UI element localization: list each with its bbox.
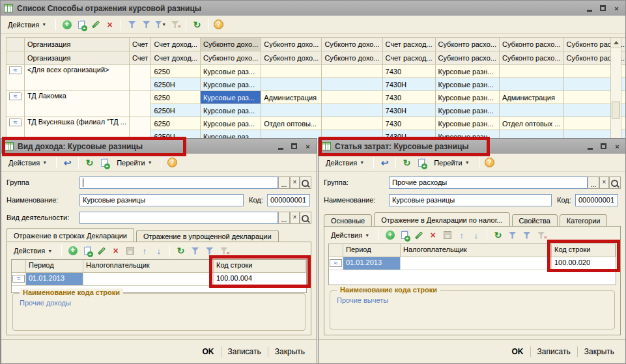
choose-button[interactable]: ...	[588, 176, 599, 189]
open-button[interactable]	[609, 176, 621, 189]
help-button[interactable]: ?	[214, 20, 223, 29]
table-cell[interactable]: Отдел оптовы...	[261, 117, 322, 130]
line-code-cell[interactable]: 100.00.020	[552, 257, 616, 270]
group-input[interactable]: Прочие расходы	[389, 176, 588, 189]
account-cell[interactable]	[130, 91, 151, 117]
table-cell[interactable]: Курсовые раз...	[201, 104, 261, 117]
close-button[interactable]: ×	[302, 141, 313, 151]
code-field[interactable]: 000000001	[267, 194, 310, 206]
column-header[interactable]: Счет доход...	[151, 38, 201, 51]
table-cell[interactable]: 6250	[151, 65, 201, 78]
table-cell[interactable]: Курсовые раз...	[201, 65, 261, 78]
close-window-button[interactable]: Закрыть	[268, 346, 311, 357]
refresh-button[interactable]: ↻	[401, 157, 412, 168]
actions-menu-button[interactable]: Действия▼	[322, 157, 368, 169]
clear-icon[interactable]: ×	[290, 212, 300, 224]
clear-icon[interactable]: ×	[599, 176, 609, 189]
move-down-button[interactable]: ↓	[470, 230, 481, 241]
copy-button[interactable]	[399, 230, 410, 241]
table-cell[interactable]: Администрация	[500, 91, 563, 104]
column-header[interactable]: Код строки	[214, 260, 306, 272]
selected-cell[interactable]: Курсовые раз...	[201, 91, 261, 104]
maximize-button[interactable]	[598, 141, 609, 151]
filter-by-value-button[interactable]	[141, 19, 152, 30]
open-button[interactable]	[300, 176, 311, 189]
org-cell[interactable]: <Для всех организаций>	[25, 65, 130, 91]
write-record-button[interactable]: ↩	[62, 157, 73, 168]
table-cell[interactable]: 6250Н	[151, 104, 201, 117]
name-input[interactable]: Курсовые разницы	[389, 194, 552, 206]
edit-button[interactable]	[96, 245, 107, 257]
actions-menu-button[interactable]: Действия▼	[327, 229, 373, 241]
column-header[interactable]: Организация	[25, 38, 130, 51]
column-header[interactable]: Субконто дохо...	[201, 51, 261, 65]
table-cell[interactable]	[500, 65, 563, 78]
close-window-button[interactable]: Закрыть	[578, 346, 621, 357]
copy-button[interactable]	[81, 245, 92, 257]
column-header[interactable]: Счет расход...	[382, 51, 435, 65]
goto-menu-button[interactable]: Перейти▼	[113, 157, 156, 169]
tab-categories[interactable]: Категории	[560, 214, 608, 227]
clear-filter-button[interactable]: ×	[218, 245, 229, 257]
row-marker-cell[interactable]: ≈	[7, 65, 25, 91]
refresh-button[interactable]: ↻	[492, 230, 504, 241]
actions-menu-button[interactable]: Действия▼	[4, 19, 50, 31]
column-header[interactable]: Субконто расхо...	[500, 51, 563, 65]
scroll-thumb[interactable]	[612, 102, 620, 119]
filter-settings-button[interactable]	[190, 245, 201, 257]
edit-button[interactable]	[413, 230, 424, 241]
help-button[interactable]: ?	[485, 158, 494, 167]
minimize-button[interactable]	[275, 141, 286, 151]
table-cell[interactable]: 7430	[382, 117, 435, 130]
move-up-button[interactable]: ↑	[456, 230, 467, 241]
close-button[interactable]: ×	[611, 3, 622, 13]
table-cell[interactable]: 7430Н	[382, 104, 435, 117]
actions-menu-button[interactable]: Действия▼	[5, 157, 51, 169]
ok-button[interactable]: OK	[196, 346, 221, 357]
row-marker-cell[interactable]: ≈	[12, 273, 26, 285]
filter-history-button[interactable]: ▼	[155, 19, 166, 30]
tab-main[interactable]: Основные	[324, 214, 372, 227]
table-cell[interactable]: Курсовые раз...	[201, 78, 261, 91]
table-cell[interactable]: Курсовые разн...	[435, 117, 499, 130]
maximize-button[interactable]	[597, 3, 608, 13]
name-input[interactable]: Курсовые разницы	[79, 194, 244, 206]
move-down-button[interactable]: ↓	[153, 245, 164, 257]
table-cell[interactable]: 6250Н	[151, 78, 201, 91]
delete-button[interactable]: ×	[110, 245, 121, 257]
choose-button[interactable]: ...	[278, 212, 290, 224]
table-cell[interactable]	[500, 104, 563, 117]
copy-button[interactable]	[416, 157, 427, 168]
row-marker-cell[interactable]: ≈	[329, 257, 343, 270]
finish-edit-button-disabled[interactable]	[124, 245, 135, 257]
choose-button[interactable]: ...	[278, 176, 290, 189]
column-header[interactable]: Субконто дохо...	[322, 38, 382, 51]
column-header[interactable]: Субконто расхо...	[435, 51, 499, 65]
table-cell[interactable]: Администрация	[261, 91, 322, 104]
taxpayer-cell[interactable]	[83, 273, 214, 285]
activity-input[interactable]	[79, 212, 278, 224]
tab-tax-declaration[interactable]: Отражение в Декларации по налог...	[374, 212, 509, 226]
save-button[interactable]: Записать	[531, 346, 577, 357]
column-header[interactable]: Субконто расхо...	[500, 38, 563, 51]
table-cell[interactable]	[261, 104, 322, 117]
save-button[interactable]: Записать	[221, 346, 268, 357]
column-header[interactable]: Счет	[130, 38, 151, 51]
table-cell[interactable]: 7430	[382, 91, 435, 104]
add-button[interactable]: +	[61, 19, 72, 30]
write-record-button[interactable]: ↩	[379, 157, 390, 168]
minimize-button[interactable]	[584, 141, 595, 151]
column-header[interactable]: Субконто дохо...	[261, 38, 322, 51]
tab-declaration-lines[interactable]: Отражение в строках Декларации	[7, 228, 134, 242]
copy-button[interactable]	[76, 19, 87, 30]
table-cell[interactable]: Курсовые разн...	[435, 65, 499, 78]
table-cell[interactable]	[322, 91, 382, 104]
scroll-up-button[interactable]	[611, 38, 621, 48]
column-header[interactable]: Счет расход...	[382, 38, 435, 51]
table-cell[interactable]: 7430	[382, 65, 435, 78]
table-cell[interactable]	[322, 104, 382, 117]
column-header[interactable]	[7, 51, 25, 65]
table-cell[interactable]: Курсовые раз...	[201, 117, 261, 130]
table-cell[interactable]	[322, 78, 382, 91]
delete-button[interactable]: ×	[427, 230, 438, 241]
